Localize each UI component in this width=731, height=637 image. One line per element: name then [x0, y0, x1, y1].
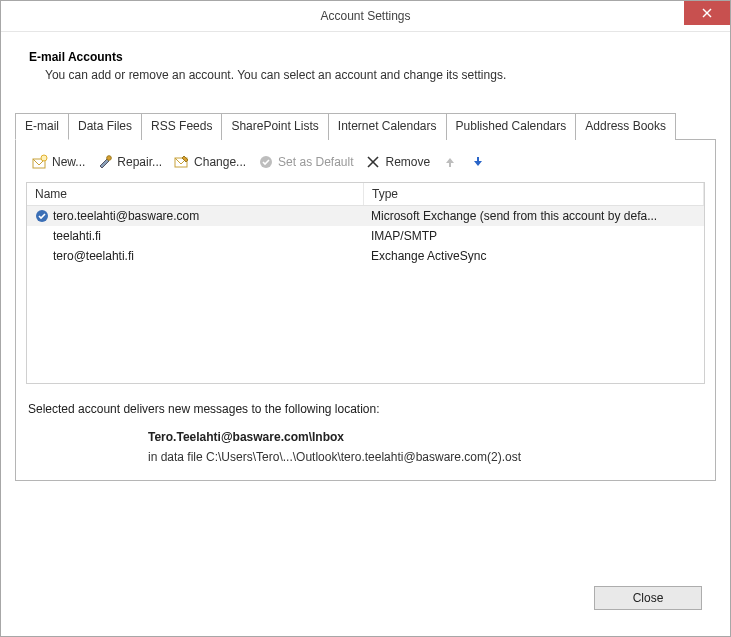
list-header: Name Type	[27, 183, 704, 206]
account-row[interactable]: teelahti.fi IMAP/SMTP	[27, 226, 704, 246]
column-header-type[interactable]: Type	[364, 183, 704, 205]
account-row[interactable]: tero.teelahti@basware.com Microsoft Exch…	[27, 206, 704, 226]
dialog-content: E-mail Accounts You can add or remove an…	[1, 32, 730, 636]
account-type: Exchange ActiveSync	[363, 246, 704, 266]
remove-label: Remove	[385, 155, 430, 169]
move-up-button	[438, 152, 462, 172]
new-button[interactable]: New...	[28, 152, 89, 172]
set-default-label: Set as Default	[278, 155, 353, 169]
tab-panel-email: New... Repair... Change...	[15, 140, 716, 481]
account-type: Microsoft Exchange (send from this accou…	[363, 206, 704, 226]
change-icon	[174, 154, 190, 170]
delivery-path: in data file C:\Users\Tero\...\Outlook\t…	[148, 450, 703, 464]
remove-button[interactable]: Remove	[361, 152, 434, 172]
delivery-intro: Selected account delivers new messages t…	[28, 402, 703, 416]
close-button[interactable]: Close	[594, 586, 702, 610]
account-row[interactable]: tero@teelahti.fi Exchange ActiveSync	[27, 246, 704, 266]
tab-published-calendars[interactable]: Published Calendars	[446, 113, 577, 140]
repair-label: Repair...	[117, 155, 162, 169]
account-type: IMAP/SMTP	[363, 226, 704, 246]
account-name-cell: teelahti.fi	[27, 226, 363, 246]
remove-icon	[365, 154, 381, 170]
tab-data-files[interactable]: Data Files	[68, 113, 142, 140]
set-default-button: Set as Default	[254, 152, 357, 172]
new-icon	[32, 154, 48, 170]
repair-button[interactable]: Repair...	[93, 152, 166, 172]
account-name-cell: tero.teelahti@basware.com	[27, 206, 363, 226]
tab-email[interactable]: E-mail	[15, 113, 69, 140]
tab-strip: E-mail Data Files RSS Feeds SharePoint L…	[15, 112, 716, 140]
repair-icon	[97, 154, 113, 170]
section-heading: E-mail Accounts	[29, 50, 716, 64]
set-default-icon	[258, 154, 274, 170]
delivery-info: Selected account delivers new messages t…	[28, 402, 703, 464]
tab-address-books[interactable]: Address Books	[575, 113, 676, 140]
svg-point-3	[41, 155, 47, 161]
default-account-icon	[35, 209, 49, 223]
titlebar: Account Settings	[1, 1, 730, 32]
account-name: tero.teelahti@basware.com	[53, 209, 199, 223]
account-settings-window: Account Settings E-mail Accounts You can…	[0, 0, 731, 637]
change-button[interactable]: Change...	[170, 152, 250, 172]
tab-sharepoint-lists[interactable]: SharePoint Lists	[221, 113, 328, 140]
new-label: New...	[52, 155, 85, 169]
change-label: Change...	[194, 155, 246, 169]
window-title: Account Settings	[320, 9, 410, 23]
close-icon	[702, 8, 712, 18]
tab-rss-feeds[interactable]: RSS Feeds	[141, 113, 222, 140]
arrow-up-icon	[442, 154, 458, 170]
svg-point-4	[107, 156, 112, 161]
arrow-down-icon	[470, 154, 486, 170]
tab-internet-calendars[interactable]: Internet Calendars	[328, 113, 447, 140]
account-name: teelahti.fi	[53, 229, 101, 243]
window-close-button[interactable]	[684, 1, 730, 25]
column-header-name[interactable]: Name	[27, 183, 364, 205]
toolbar: New... Repair... Change...	[26, 150, 705, 182]
list-body: tero.teelahti@basware.com Microsoft Exch…	[27, 206, 704, 266]
dialog-footer: Close	[15, 576, 716, 624]
account-name: tero@teelahti.fi	[53, 249, 134, 263]
accounts-list: Name Type tero.teelahti@basware.com Micr…	[26, 182, 705, 384]
move-down-button[interactable]	[466, 152, 490, 172]
account-name-cell: tero@teelahti.fi	[27, 246, 363, 266]
section-description: You can add or remove an account. You ca…	[45, 68, 716, 82]
delivery-location: Tero.Teelahti@basware.com\Inbox	[148, 430, 703, 444]
